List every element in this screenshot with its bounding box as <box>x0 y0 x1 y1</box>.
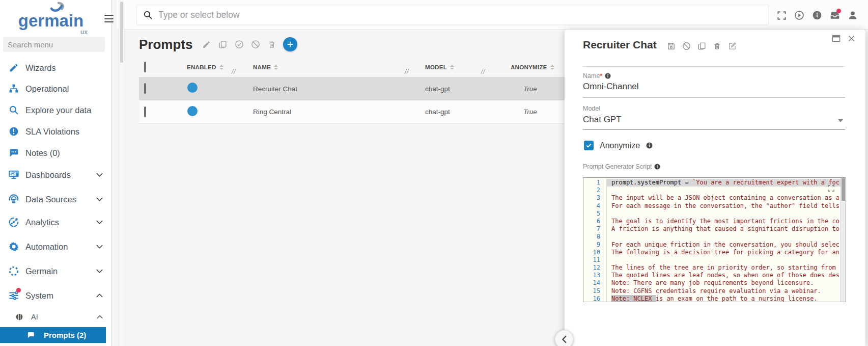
sidebar-item-explore-your-data[interactable]: Explore your data <box>0 100 111 120</box>
code-text: For each unique friction in the conversa… <box>607 241 846 249</box>
sidebar-item-operational[interactable]: Operational <box>0 78 111 99</box>
close-icon[interactable] <box>848 35 855 42</box>
sidebar-item-label: Automation <box>25 242 68 252</box>
sidebar-item-label: Notes (0) <box>25 148 60 158</box>
sidebar-item-automation[interactable]: Automation <box>0 236 111 257</box>
code-line[interactable]: 7A friction is anything that caused a si… <box>583 225 846 233</box>
sidebar-item-label: Germain <box>25 267 58 276</box>
info-icon[interactable] <box>646 142 653 149</box>
name-field-value[interactable]: Omni-Channel <box>583 82 639 92</box>
info-icon[interactable] <box>605 73 611 79</box>
editor-scrollbar[interactable] <box>841 178 846 302</box>
ai-brain-icon <box>13 313 25 321</box>
disable-circle-icon[interactable] <box>682 42 691 50</box>
fullscreen-icon[interactable] <box>776 10 787 20</box>
sidebar-item-wizards[interactable]: Wizards <box>0 58 111 78</box>
collapse-panel-button[interactable] <box>555 330 573 346</box>
chevron-down-icon[interactable] <box>96 220 103 225</box>
chevron-up-icon[interactable] <box>97 315 103 319</box>
sidebar-item-data-sources[interactable]: Data Sources <box>0 189 111 209</box>
row-checkbox[interactable] <box>144 107 146 117</box>
gear-icon <box>8 241 20 252</box>
code-line[interactable]: 3The input will be a JSON object contain… <box>583 194 846 202</box>
menu-hamburger-icon[interactable] <box>104 15 114 22</box>
code-text <box>607 210 846 218</box>
line-number: 11 <box>583 256 607 264</box>
disable-circle-icon[interactable] <box>250 40 260 49</box>
code-text <box>607 233 846 241</box>
pencil-icon <box>8 63 20 73</box>
copy-icon[interactable] <box>697 42 706 50</box>
chevron-down-icon[interactable] <box>96 173 103 177</box>
column-header-enabled[interactable]: ENABLED <box>161 64 234 70</box>
select-all-checkbox[interactable] <box>144 62 146 72</box>
sidebar-item-prompts[interactable]: Prompts (2) <box>0 327 106 343</box>
code-line[interactable]: 2 <box>583 187 846 194</box>
table-row-ring-central[interactable]: Ring Central chat-gpt True <box>139 100 607 124</box>
sidebar-item-label: System <box>25 291 53 301</box>
code-text: The goal is to identify the most importa… <box>607 218 846 225</box>
code-line[interactable]: 16Note: NCLEX is an exam on the path to … <box>583 295 846 302</box>
required-asterisk: * <box>600 72 602 79</box>
column-header-model[interactable]: MODEL <box>407 64 484 70</box>
editor-expand-icon[interactable] <box>827 184 835 194</box>
anonymize-checkbox[interactable] <box>584 141 594 150</box>
code-line[interactable]: 14Note: There are many job requirements … <box>583 279 846 287</box>
sidebar-item-ai[interactable]: AI <box>0 307 111 327</box>
column-header-name[interactable]: NAME <box>234 64 407 70</box>
run-icon[interactable] <box>794 10 804 20</box>
system-badge-dot <box>16 288 21 292</box>
main-vertical-scrollbar[interactable] <box>119 0 124 346</box>
notifications-icon[interactable] <box>830 10 840 20</box>
code-line[interactable]: 8 <box>583 233 846 241</box>
user-icon[interactable] <box>848 10 858 20</box>
model-dropdown-caret-icon[interactable] <box>838 119 843 122</box>
delete-icon[interactable] <box>267 40 276 49</box>
script-code-editor[interactable]: 1prompt.systemPrompt = `You are a recrui… <box>583 177 846 302</box>
column-header-label: ENABLED <box>187 64 216 70</box>
code-lines: 1prompt.systemPrompt = `You are a recrui… <box>583 178 846 302</box>
sidebar-item-analytics[interactable]: Analytics <box>0 212 111 232</box>
model-field-value[interactable]: Chat GPT <box>583 115 622 125</box>
delete-icon[interactable] <box>713 42 721 50</box>
chevron-down-icon[interactable] <box>96 269 103 274</box>
code-text: The lines of the tree are in priority or… <box>607 264 846 272</box>
copy-icon[interactable] <box>218 40 228 49</box>
add-prompt-button[interactable] <box>283 37 297 51</box>
info-icon[interactable] <box>654 164 660 170</box>
line-number: 9 <box>583 241 607 249</box>
chevron-down-icon[interactable] <box>96 245 103 249</box>
code-line[interactable]: 5 <box>583 210 846 218</box>
code-line[interactable]: 13The quoted lines are leaf nodes, so wh… <box>583 272 846 279</box>
sidebar-item-notes[interactable]: Notes (0) <box>0 143 111 163</box>
sidebar-item-dashboards[interactable]: Dashboards <box>0 165 111 185</box>
code-line[interactable]: 1prompt.systemPrompt = `You are a recrui… <box>583 179 846 187</box>
code-text: Note: CGFNS credentials require evaluati… <box>607 287 846 295</box>
edit-square-icon[interactable] <box>728 42 737 50</box>
code-line[interactable]: 10The following is a decision tree for p… <box>583 249 846 256</box>
save-icon[interactable] <box>667 42 676 50</box>
code-text <box>607 187 846 194</box>
line-number: 13 <box>583 272 607 279</box>
global-search-input[interactable] <box>157 9 762 21</box>
info-icon[interactable] <box>812 10 822 20</box>
chevron-down-icon[interactable] <box>96 197 103 202</box>
edit-icon[interactable] <box>202 40 211 49</box>
code-line[interactable]: 15Note: CGFNS credentials require evalua… <box>583 287 846 295</box>
chevron-up-icon[interactable] <box>96 294 103 298</box>
code-line[interactable]: 6The goal is to identify the most import… <box>583 218 846 225</box>
sidebar-item-sla-violations[interactable]: SLA Violations <box>0 121 111 142</box>
table-row-recruiter-chat[interactable]: Recruiter Chat chat-gpt True <box>139 77 607 100</box>
sidebar-search-input[interactable] <box>3 37 105 52</box>
code-line[interactable]: 4For each message in the conversation, t… <box>583 202 846 210</box>
sidebar-item-system[interactable]: System <box>0 285 111 306</box>
row-checkbox[interactable] <box>144 83 146 94</box>
sidebar-item-germain[interactable]: Germain <box>0 261 111 281</box>
sitemap-icon <box>8 84 20 94</box>
code-line[interactable]: 9For each unique friction in the convers… <box>583 241 846 249</box>
code-line[interactable]: 11 <box>583 256 846 264</box>
approve-circle-icon[interactable] <box>234 40 244 49</box>
maximize-icon[interactable] <box>832 35 841 42</box>
code-line[interactable]: 12The lines of the tree are in priority … <box>583 264 846 272</box>
panel-toolbar <box>667 42 737 50</box>
